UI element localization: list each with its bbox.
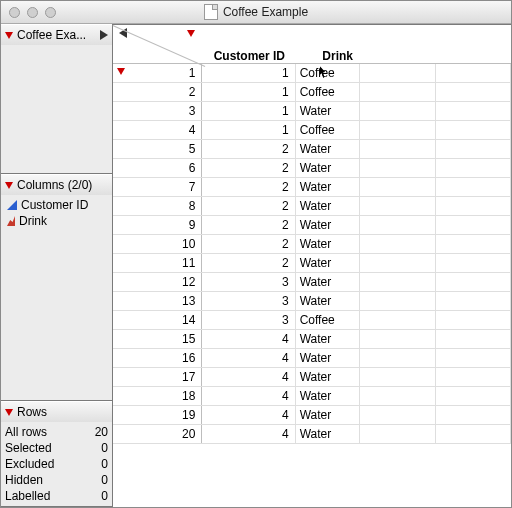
row-number-cell[interactable]: 9: [113, 216, 202, 235]
empty-cell[interactable]: [435, 311, 510, 330]
table-row[interactable]: 82Water: [113, 197, 511, 216]
columns-panel-header[interactable]: Columns (2/0): [1, 175, 112, 195]
empty-cell[interactable]: [360, 178, 435, 197]
customer-id-cell[interactable]: 4: [202, 387, 295, 406]
drink-cell[interactable]: Coffee: [295, 83, 359, 102]
empty-cell[interactable]: [360, 102, 435, 121]
empty-cell[interactable]: [435, 159, 510, 178]
drink-cell[interactable]: Water: [295, 349, 359, 368]
nav-left-icon[interactable]: [119, 28, 127, 38]
table-row[interactable]: 41Coffee: [113, 121, 511, 140]
table-row[interactable]: 72Water: [113, 178, 511, 197]
source-panel-header[interactable]: Coffee Exa...: [1, 25, 112, 45]
table-row[interactable]: 143Coffee: [113, 311, 511, 330]
column-item[interactable]: Customer ID: [5, 197, 108, 213]
empty-cell[interactable]: [360, 254, 435, 273]
row-number-cell[interactable]: 11: [113, 254, 202, 273]
table-row[interactable]: 92Water: [113, 216, 511, 235]
customer-id-cell[interactable]: 4: [202, 349, 295, 368]
table-row[interactable]: 112Water: [113, 254, 511, 273]
customer-id-cell[interactable]: 2: [202, 178, 295, 197]
drink-cell[interactable]: Water: [295, 178, 359, 197]
drink-cell[interactable]: Water: [295, 102, 359, 121]
empty-cell[interactable]: [360, 406, 435, 425]
drink-cell[interactable]: Water: [295, 368, 359, 387]
customer-id-cell[interactable]: 4: [202, 368, 295, 387]
drink-cell[interactable]: Water: [295, 330, 359, 349]
drink-cell[interactable]: Water: [295, 159, 359, 178]
drink-cell[interactable]: Water: [295, 292, 359, 311]
table-row[interactable]: 123Water: [113, 273, 511, 292]
empty-cell[interactable]: [435, 235, 510, 254]
row-number-cell[interactable]: 10: [113, 235, 202, 254]
drink-cell[interactable]: Water: [295, 140, 359, 159]
customer-id-cell[interactable]: 2: [202, 159, 295, 178]
table-row[interactable]: 31Water: [113, 102, 511, 121]
drink-cell[interactable]: Water: [295, 235, 359, 254]
drink-cell[interactable]: Water: [295, 387, 359, 406]
row-number-cell[interactable]: 7: [113, 178, 202, 197]
empty-cell[interactable]: [360, 235, 435, 254]
empty-cell[interactable]: [435, 406, 510, 425]
table-row[interactable]: 204Water: [113, 425, 511, 444]
empty-cell[interactable]: [360, 83, 435, 102]
table-row[interactable]: 11Coffee: [113, 64, 511, 83]
customer-id-cell[interactable]: 1: [202, 64, 295, 83]
table-row[interactable]: 102Water: [113, 235, 511, 254]
empty-cell[interactable]: [435, 121, 510, 140]
customer-id-cell[interactable]: 2: [202, 140, 295, 159]
drink-cell[interactable]: Water: [295, 254, 359, 273]
empty-cell[interactable]: [435, 368, 510, 387]
disclosure-icon[interactable]: [5, 32, 13, 39]
row-number-cell[interactable]: 4: [113, 121, 202, 140]
table-row[interactable]: 174Water: [113, 368, 511, 387]
empty-cell[interactable]: [360, 197, 435, 216]
row-number-cell[interactable]: 19: [113, 406, 202, 425]
grid-body[interactable]: 11Coffee21Coffee31Water41Coffee52Water62…: [113, 64, 511, 507]
zoom-light[interactable]: [45, 7, 56, 18]
table-row[interactable]: 133Water: [113, 292, 511, 311]
table-row[interactable]: 164Water: [113, 349, 511, 368]
row-number-cell[interactable]: 20: [113, 425, 202, 444]
row-number-cell[interactable]: 14: [113, 311, 202, 330]
customer-id-cell[interactable]: 4: [202, 330, 295, 349]
drink-cell[interactable]: Coffee: [295, 311, 359, 330]
column-header-drink[interactable]: Drink: [291, 49, 359, 63]
row-number-cell[interactable]: 16: [113, 349, 202, 368]
table-row[interactable]: 184Water: [113, 387, 511, 406]
row-number-cell[interactable]: 5: [113, 140, 202, 159]
empty-cell[interactable]: [360, 387, 435, 406]
empty-cell[interactable]: [360, 292, 435, 311]
customer-id-cell[interactable]: 3: [202, 311, 295, 330]
empty-cell[interactable]: [360, 273, 435, 292]
drink-cell[interactable]: Water: [295, 425, 359, 444]
customer-id-cell[interactable]: 2: [202, 197, 295, 216]
customer-id-cell[interactable]: 2: [202, 216, 295, 235]
customer-id-cell[interactable]: 3: [202, 292, 295, 311]
customer-id-cell[interactable]: 2: [202, 235, 295, 254]
empty-cell[interactable]: [360, 349, 435, 368]
rows-menu-icon[interactable]: [117, 68, 125, 75]
close-light[interactable]: [9, 7, 20, 18]
empty-cell[interactable]: [360, 159, 435, 178]
row-number-cell[interactable]: 6: [113, 159, 202, 178]
customer-id-cell[interactable]: 4: [202, 425, 295, 444]
empty-cell[interactable]: [360, 368, 435, 387]
drink-cell[interactable]: Coffee: [295, 64, 359, 83]
drink-cell[interactable]: Coffee: [295, 121, 359, 140]
empty-cell[interactable]: [360, 64, 435, 83]
rows-panel-header[interactable]: Rows: [1, 402, 112, 422]
table-row[interactable]: 52Water: [113, 140, 511, 159]
customer-id-cell[interactable]: 1: [202, 102, 295, 121]
disclosure-icon[interactable]: [5, 409, 13, 416]
empty-cell[interactable]: [360, 140, 435, 159]
empty-cell[interactable]: [360, 311, 435, 330]
titlebar[interactable]: Coffee Example: [1, 1, 511, 24]
customer-id-cell[interactable]: 1: [202, 83, 295, 102]
drink-cell[interactable]: Water: [295, 273, 359, 292]
empty-cell[interactable]: [360, 216, 435, 235]
customer-id-cell[interactable]: 4: [202, 406, 295, 425]
empty-cell[interactable]: [435, 178, 510, 197]
empty-cell[interactable]: [435, 330, 510, 349]
table-row[interactable]: 154Water: [113, 330, 511, 349]
